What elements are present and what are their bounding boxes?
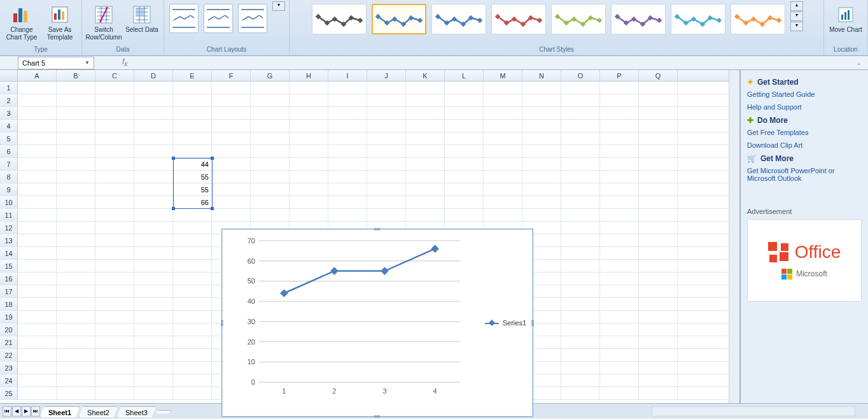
cell[interactable]: [639, 234, 678, 246]
cell[interactable]: [639, 132, 678, 145]
cell[interactable]: [57, 120, 95, 132]
cell[interactable]: [95, 247, 134, 259]
cell[interactable]: [561, 120, 600, 132]
cell[interactable]: [406, 196, 445, 208]
cell[interactable]: [445, 171, 484, 183]
cell[interactable]: [445, 120, 484, 132]
cell[interactable]: [173, 362, 212, 374]
cell[interactable]: [484, 132, 522, 145]
cell[interactable]: [18, 145, 57, 157]
cell[interactable]: [251, 196, 290, 208]
cell[interactable]: [134, 285, 173, 297]
cell[interactable]: [57, 273, 95, 285]
cell[interactable]: [95, 120, 134, 132]
cell[interactable]: [406, 82, 445, 94]
cell[interactable]: [600, 82, 639, 94]
cell[interactable]: [95, 82, 134, 94]
cell[interactable]: [173, 273, 212, 285]
cell[interactable]: [600, 120, 639, 132]
cell[interactable]: [57, 362, 95, 374]
cell[interactable]: [561, 183, 600, 195]
cell[interactable]: [95, 362, 134, 374]
cell[interactable]: [561, 247, 600, 259]
cell[interactable]: [600, 311, 639, 323]
cell[interactable]: [134, 336, 173, 348]
cell[interactable]: [18, 94, 57, 106]
cell[interactable]: [639, 374, 678, 387]
cell[interactable]: [561, 222, 600, 234]
cell[interactable]: [406, 145, 445, 157]
cell[interactable]: [18, 209, 57, 221]
chart-style-option[interactable]: [491, 4, 546, 34]
row-header[interactable]: 3: [0, 107, 18, 119]
cell[interactable]: [600, 323, 639, 336]
cell[interactable]: [18, 336, 57, 348]
sheet-tab[interactable]: Sheet2: [79, 406, 118, 418]
cell[interactable]: [95, 298, 134, 310]
column-header[interactable]: H: [290, 70, 328, 81]
cell[interactable]: [57, 171, 95, 183]
taskpane-link[interactable]: Get Free Templates: [747, 129, 862, 136]
chart-layout-option[interactable]: [169, 4, 199, 33]
cell[interactable]: [18, 183, 57, 195]
cell[interactable]: [328, 209, 367, 221]
cell[interactable]: [57, 387, 95, 399]
cell[interactable]: [173, 107, 212, 119]
column-header[interactable]: K: [406, 70, 445, 81]
cell[interactable]: [18, 222, 57, 234]
cell[interactable]: [561, 387, 600, 399]
taskpane-link[interactable]: Help and Support: [747, 103, 862, 111]
column-header[interactable]: D: [134, 70, 173, 81]
cell[interactable]: [600, 209, 639, 221]
cell[interactable]: [173, 374, 212, 387]
row-header[interactable]: 17: [0, 285, 18, 297]
cell[interactable]: [57, 260, 95, 272]
cell[interactable]: [522, 209, 561, 221]
cell[interactable]: [639, 311, 678, 323]
chart-style-option[interactable]: [611, 4, 666, 34]
cell[interactable]: [95, 336, 134, 348]
cell[interactable]: [18, 234, 57, 246]
cell[interactable]: [95, 349, 134, 361]
cell[interactable]: [290, 183, 328, 195]
cell[interactable]: [290, 158, 328, 170]
select-data-button[interactable]: Select Data: [124, 1, 160, 43]
cell[interactable]: [561, 298, 600, 310]
cell[interactable]: [18, 311, 57, 323]
cell[interactable]: [561, 132, 600, 145]
cell[interactable]: [173, 82, 212, 94]
cell[interactable]: [57, 158, 95, 170]
column-header[interactable]: J: [367, 70, 406, 81]
cell[interactable]: [561, 374, 600, 387]
cell[interactable]: [95, 196, 134, 208]
cell[interactable]: [18, 196, 57, 208]
cell[interactable]: [600, 374, 639, 387]
column-header[interactable]: P: [600, 70, 639, 81]
cell[interactable]: [173, 234, 212, 246]
cell[interactable]: [328, 94, 367, 106]
cell[interactable]: [173, 311, 212, 323]
change-chart-type-button[interactable]: Change Chart Type: [4, 1, 39, 43]
cell[interactable]: [18, 171, 57, 183]
cell[interactable]: [173, 120, 212, 132]
cell[interactable]: [212, 158, 251, 170]
cell[interactable]: [134, 362, 173, 374]
cell[interactable]: [57, 94, 95, 106]
worksheet[interactable]: ABCDEFGHIJKLMNOPQ 1234567448559551066111…: [0, 70, 740, 403]
cell[interactable]: [600, 387, 639, 399]
row-header[interactable]: 23: [0, 362, 18, 374]
cell[interactable]: [290, 120, 328, 132]
cell[interactable]: [600, 362, 639, 374]
cell[interactable]: 66: [173, 196, 212, 208]
column-header[interactable]: G: [251, 70, 290, 81]
cell[interactable]: [522, 158, 561, 170]
cell[interactable]: [406, 132, 445, 145]
cell[interactable]: [173, 222, 212, 234]
cell[interactable]: [639, 82, 678, 94]
cell[interactable]: [95, 374, 134, 387]
cell[interactable]: [328, 171, 367, 183]
styles-more[interactable]: ▾: [790, 22, 803, 31]
cell[interactable]: [18, 387, 57, 399]
cell[interactable]: [57, 349, 95, 361]
cell[interactable]: [522, 82, 561, 94]
